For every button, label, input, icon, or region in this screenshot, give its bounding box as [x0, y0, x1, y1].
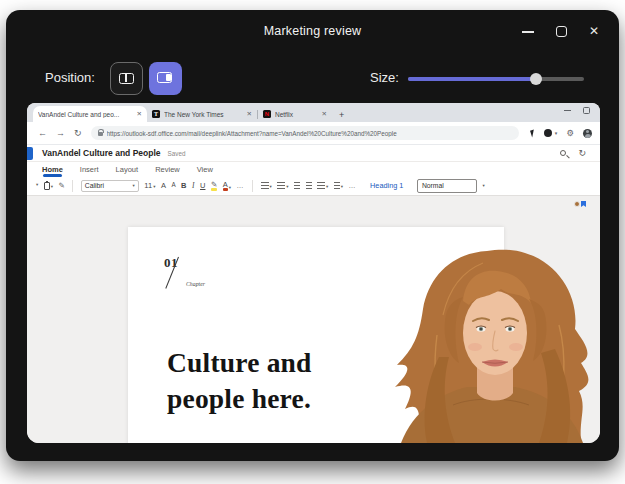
- chapter-mark: 01 Chapter: [164, 255, 224, 303]
- doc-title[interactable]: VanAndel Culture and People: [42, 148, 161, 158]
- position-split-button[interactable]: [110, 62, 143, 95]
- font-color-button[interactable]: A▾: [223, 181, 231, 191]
- tab-layout[interactable]: Layout: [116, 165, 139, 174]
- tab-insert[interactable]: Insert: [80, 165, 99, 174]
- close-icon[interactable]: ✕: [587, 24, 601, 38]
- saved-status: Saved: [168, 150, 186, 157]
- nytimes-favicon: T: [152, 110, 160, 118]
- undo-dropdown-icon[interactable]: ▾: [36, 183, 38, 188]
- numbered-list-icon: [277, 182, 285, 189]
- style-dropdown-icon[interactable]: ▾: [482, 183, 484, 188]
- new-tab-button[interactable]: +: [339, 110, 344, 120]
- grow-font-icon[interactable]: A: [161, 182, 166, 190]
- doc-header-icons: ↻: [560, 149, 586, 158]
- url-text: https://outlook-sdf.office.com/mail/deep…: [107, 130, 397, 137]
- indent-button[interactable]: [306, 182, 312, 189]
- stage-controls-row: Position: Size:: [6, 54, 619, 104]
- title-bar: Marketing review ✕: [6, 10, 619, 54]
- tab-review[interactable]: Review: [155, 165, 180, 174]
- indent-icon: [306, 182, 312, 189]
- tab-title: Netflix: [275, 111, 318, 118]
- woman-photo: [383, 245, 598, 443]
- word-app-icon[interactable]: [27, 147, 33, 160]
- cursor-icon[interactable]: [530, 129, 536, 137]
- forward-icon[interactable]: →: [56, 129, 65, 138]
- style-select[interactable]: Normal: [417, 179, 477, 193]
- teams-popout-window: Marketing review ✕ Position: Size:: [6, 10, 619, 461]
- chevron-down-icon[interactable]: ▾: [555, 130, 558, 136]
- divider: [252, 180, 253, 192]
- chapter-label: Chapter: [186, 281, 205, 287]
- position-label: Position:: [45, 70, 95, 85]
- maximize-icon[interactable]: [554, 24, 568, 38]
- line-spacing-icon: [334, 182, 340, 189]
- collaborator-avatar: [574, 201, 580, 207]
- profile-icon[interactable]: [544, 129, 552, 137]
- tab-home[interactable]: Home: [42, 165, 63, 174]
- numbered-list-button[interactable]: ▾: [277, 182, 288, 189]
- gear-icon[interactable]: ⚙: [566, 129, 574, 138]
- underline-button[interactable]: U: [200, 182, 205, 190]
- tab-title: The New York Times: [164, 111, 243, 118]
- address-bar[interactable]: https://outlook-sdf.office.com/mail/deep…: [91, 126, 519, 140]
- browser-url-bar: ← → ↻ https://outlook-sdf.office.com/mai…: [27, 122, 600, 145]
- size-slider-thumb[interactable]: [530, 73, 542, 85]
- paste-button[interactable]: ▾: [44, 182, 53, 190]
- font-name-select[interactable]: Calibri▾: [81, 180, 139, 192]
- undo-icon[interactable]: ↻: [578, 149, 586, 158]
- tab-vanandel[interactable]: VanAndel Culture and peo... ✕: [33, 106, 147, 122]
- browser-window: VanAndel Culture and peo... ✕ T The New …: [27, 103, 600, 443]
- back-icon[interactable]: ←: [38, 129, 47, 138]
- size-label: Size:: [370, 70, 399, 85]
- bold-button[interactable]: B: [181, 182, 186, 190]
- tab-close-icon[interactable]: ✕: [247, 110, 252, 118]
- browser-action-icons: ▾ ⚙: [528, 129, 592, 138]
- minimize-icon[interactable]: [521, 24, 535, 38]
- tab-view[interactable]: View: [197, 165, 213, 174]
- account-avatar[interactable]: [583, 129, 592, 138]
- outdent-button[interactable]: [294, 182, 300, 189]
- browser-tab-strip: VanAndel Culture and peo... ✕ T The New …: [27, 103, 600, 122]
- clipboard-icon: [44, 182, 50, 190]
- align-button[interactable]: ▾: [317, 182, 328, 189]
- bullet-list-icon: [261, 182, 269, 189]
- tab-title: VanAndel Culture and peo...: [38, 111, 133, 118]
- split-view-icon: [119, 73, 134, 84]
- document-canvas: 01 Chapter Culture and people here.: [27, 196, 600, 443]
- tab-close-icon[interactable]: ✕: [137, 110, 142, 118]
- shrink-font-icon[interactable]: A: [171, 182, 175, 188]
- formatting-toolbar: ▾ ▾ ✎ Calibri▾ 11▾ A A B I U ✎ A▾ … ▾ ▾ …: [27, 176, 600, 196]
- outdent-icon: [294, 182, 300, 189]
- heading-line-1: Culture and: [167, 345, 312, 381]
- align-icon: [317, 182, 325, 189]
- bullet-list-button[interactable]: ▾: [261, 182, 272, 189]
- position-sidebar-button[interactable]: [149, 62, 182, 95]
- highlight-button[interactable]: ✎: [211, 181, 217, 191]
- italic-button[interactable]: I: [192, 182, 195, 190]
- more-font-options-icon[interactable]: …: [237, 182, 245, 189]
- sidebar-right-icon: [157, 72, 172, 83]
- tab-nytimes[interactable]: T The New York Times ✕: [147, 106, 257, 122]
- size-slider[interactable]: [408, 77, 584, 81]
- browser-minimize-icon[interactable]: [564, 106, 572, 114]
- screenshot-stage: Marketing review ✕ Position: Size:: [0, 0, 625, 484]
- document-heading: Culture and people here.: [167, 345, 312, 417]
- more-paragraph-options-icon[interactable]: …: [349, 182, 357, 189]
- line-spacing-button[interactable]: ▾: [334, 182, 343, 189]
- heading-line-2: people here.: [167, 381, 312, 417]
- lock-icon: [98, 132, 103, 136]
- browser-maximize-icon[interactable]: [582, 106, 590, 114]
- tab-netflix[interactable]: N Netflix ✕: [258, 106, 332, 122]
- font-size-select[interactable]: 11▾: [144, 182, 155, 190]
- browser-window-controls: [564, 106, 590, 114]
- presence-flag-icon: [581, 201, 586, 207]
- ribbon-tabs: Home Insert Layout Review View: [27, 162, 600, 176]
- refresh-icon[interactable]: ↻: [74, 129, 82, 138]
- divider: [72, 180, 73, 192]
- format-painter-icon[interactable]: ✎: [59, 182, 65, 190]
- window-controls: ✕: [521, 22, 601, 40]
- search-icon[interactable]: [560, 150, 566, 156]
- heading1-style-link[interactable]: Heading 1: [370, 181, 403, 190]
- tab-close-icon[interactable]: ✕: [322, 110, 327, 118]
- collaborator-presence-icon: [574, 201, 586, 207]
